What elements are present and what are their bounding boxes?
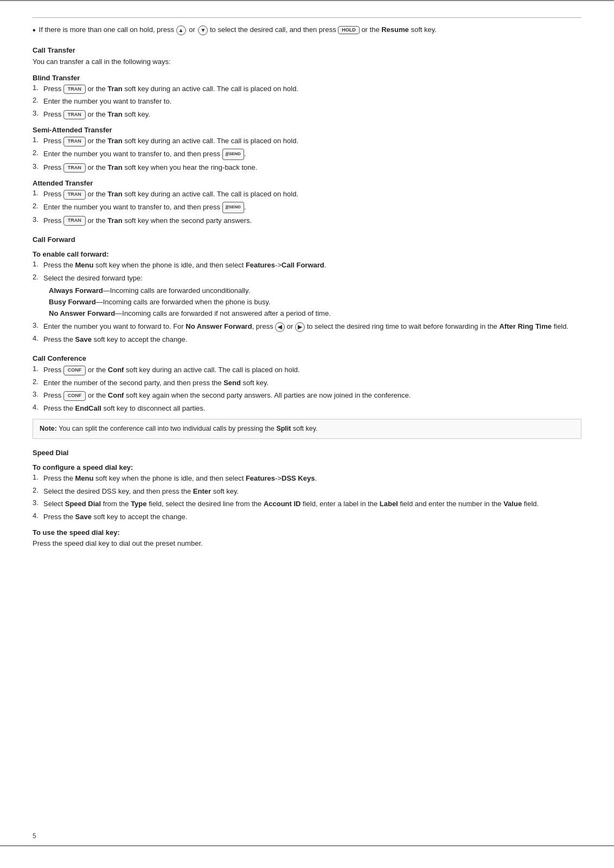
step-text: Press the Save soft key to accept the ch…	[43, 334, 581, 345]
nav-down-btn[interactable]: ▼	[198, 25, 208, 35]
step-text: Press the Menu soft key when the phone i…	[43, 473, 581, 484]
step-text: Press CONF or the Conf soft key during a…	[43, 365, 581, 375]
step-num: 1.	[33, 473, 41, 481]
step-num: 3.	[33, 162, 41, 170]
step-text: Press TRAN or the Tran soft key during a…	[43, 136, 581, 146]
hash-send-btn-1[interactable]: #SEND	[222, 149, 244, 160]
page-content: • If there is more than one call on hold…	[0, 0, 614, 846]
use-speed-dial-title: To use the speed dial key:	[33, 528, 581, 537]
tran-btn-6[interactable]: TRAN	[63, 216, 86, 226]
nav-left-btn[interactable]: ◀	[275, 322, 285, 332]
nav-up-btn[interactable]: ▲	[176, 25, 186, 35]
step-num: 2.	[33, 378, 41, 386]
forward-step-1: 1. Press the Menu soft key when the phon…	[33, 260, 581, 271]
use-speed-dial-text: Press the speed dial key to dial out the…	[33, 538, 581, 549]
conference-note: Note: You can split the conference call …	[33, 419, 581, 439]
call-forward-title: Call Forward	[33, 235, 581, 244]
step-text: Select the desired forward type:	[43, 273, 581, 284]
blind-step-3: 3. Press TRAN or the Tran soft key.	[33, 109, 581, 120]
step-text: Press TRAN or the Tran soft key during a…	[43, 189, 581, 200]
top-border	[33, 17, 581, 18]
step-num: 4.	[33, 334, 41, 342]
conf-step-3: 3. Press CONF or the Conf soft key again…	[33, 390, 581, 401]
step-num: 3.	[33, 321, 41, 329]
step-text: Enter the number you want to forward to.…	[43, 321, 581, 332]
step-text: Enter the number you want to transfer to…	[43, 149, 581, 160]
step-text: Enter the number of the second party, an…	[43, 378, 581, 388]
page-number: 5	[33, 832, 36, 840]
conf-btn-2[interactable]: CONF	[63, 391, 86, 401]
tran-btn-3[interactable]: TRAN	[63, 137, 86, 146]
step-num: 1.	[33, 136, 41, 144]
forward-step-2: 2. Select the desired forward type:	[33, 273, 581, 284]
semi-step-3: 3. Press TRAN or the Tran soft key when …	[33, 162, 581, 173]
conf-step-4: 4. Press the EndCall soft key to disconn…	[33, 403, 581, 414]
top-bullet: • If there is more than one call on hold…	[33, 24, 581, 36]
step-num: 1.	[33, 365, 41, 373]
call-transfer-intro: You can transfer a call in the following…	[33, 56, 581, 67]
busy-forward: Busy Forward—Incoming calls are forwarde…	[49, 297, 581, 308]
blind-transfer-title: Blind Transfer	[33, 74, 581, 82]
step-num: 2.	[33, 486, 41, 494]
step-text: Press TRAN or the Tran soft key when you…	[43, 162, 581, 173]
step-text: Press TRAN or the Tran soft key.	[43, 109, 581, 120]
step-num: 1.	[33, 189, 41, 197]
configure-speed-dial-title: To configure a speed dial key:	[33, 463, 581, 471]
step-text: Press CONF or the Conf soft key again wh…	[43, 390, 581, 401]
conf-btn-1[interactable]: CONF	[63, 366, 86, 375]
speed-dial-config-step-3: 3. Select Speed Dial from the Type field…	[33, 499, 581, 509]
step-text: Press the EndCall soft key to disconnect…	[43, 403, 581, 414]
attended-step-1: 1. Press TRAN or the Tran soft key durin…	[33, 189, 581, 200]
step-num: 3.	[33, 109, 41, 117]
semi-attended-title: Semi-Attended Transfer	[33, 126, 581, 134]
blind-step-1: 1. Press TRAN or the Tran soft key durin…	[33, 84, 581, 94]
step-num: 2.	[33, 202, 41, 210]
step-num: 2.	[33, 96, 41, 104]
step-text: Select the desired DSS key, and then pre…	[43, 486, 581, 497]
always-forward: Always Forward—Incoming calls are forwar…	[49, 285, 581, 297]
step-num: 4.	[33, 512, 41, 520]
semi-step-2: 2. Enter the number you want to transfer…	[33, 149, 581, 160]
nav-right-btn[interactable]: ▶	[295, 322, 305, 332]
bullet-dot: •	[33, 24, 36, 36]
top-bullet-text: If there is more than one call on hold, …	[39, 24, 581, 35]
step-num: 3.	[33, 390, 41, 398]
speed-dial-config-step-4: 4. Press the Save soft key to accept the…	[33, 512, 581, 522]
step-num: 3.	[33, 499, 41, 507]
or-text: or	[189, 25, 195, 34]
no-answer-forward: No Answer Forward—Incoming calls are for…	[49, 308, 581, 320]
speed-dial-title: Speed Dial	[33, 449, 581, 457]
step-text: Press the Menu soft key when the phone i…	[43, 260, 581, 271]
attended-transfer-title: Attended Transfer	[33, 179, 581, 187]
forward-step-4: 4. Press the Save soft key to accept the…	[33, 334, 581, 345]
call-conference-title: Call Conference	[33, 354, 581, 362]
semi-step-1: 1. Press TRAN or the Tran soft key durin…	[33, 136, 581, 146]
attended-step-3: 3. Press TRAN or the Tran soft key when …	[33, 215, 581, 226]
forward-step-3: 3. Enter the number you want to forward …	[33, 321, 581, 332]
step-text: Enter the number you want to transfer to…	[43, 202, 581, 213]
tran-btn-2[interactable]: TRAN	[63, 110, 86, 120]
step-text: Select Speed Dial from the Type field, s…	[43, 499, 581, 509]
step-text: Press TRAN or the Tran soft key during a…	[43, 84, 581, 94]
tran-btn-1[interactable]: TRAN	[63, 85, 86, 94]
conf-step-2: 2. Enter the number of the second party,…	[33, 378, 581, 388]
enable-call-forward-title: To enable call forward:	[33, 250, 581, 258]
step-num: 1.	[33, 260, 41, 268]
step-num: 1.	[33, 84, 41, 92]
step-num: 4.	[33, 403, 41, 411]
blind-step-2: 2. Enter the number you want to transfer…	[33, 96, 581, 107]
tran-btn-5[interactable]: TRAN	[63, 190, 86, 200]
step-text: Press TRAN or the Tran soft key when the…	[43, 215, 581, 226]
step-num: 3.	[33, 215, 41, 224]
speed-dial-config-step-2: 2. Select the desired DSS key, and then …	[33, 486, 581, 497]
step-text: Press the Save soft key to accept the ch…	[43, 512, 581, 522]
speed-dial-config-step-1: 1. Press the Menu soft key when the phon…	[33, 473, 581, 484]
step-num: 2.	[33, 273, 41, 281]
forward-types: Always Forward—Incoming calls are forwar…	[49, 285, 581, 319]
call-transfer-title: Call Transfer	[33, 46, 581, 54]
tran-btn-4[interactable]: TRAN	[63, 163, 86, 173]
step-num: 2.	[33, 149, 41, 157]
hold-btn[interactable]: HOLD	[338, 26, 360, 35]
step-text: Enter the number you want to transfer to…	[43, 96, 581, 107]
hash-send-btn-2[interactable]: #SEND	[222, 202, 244, 213]
